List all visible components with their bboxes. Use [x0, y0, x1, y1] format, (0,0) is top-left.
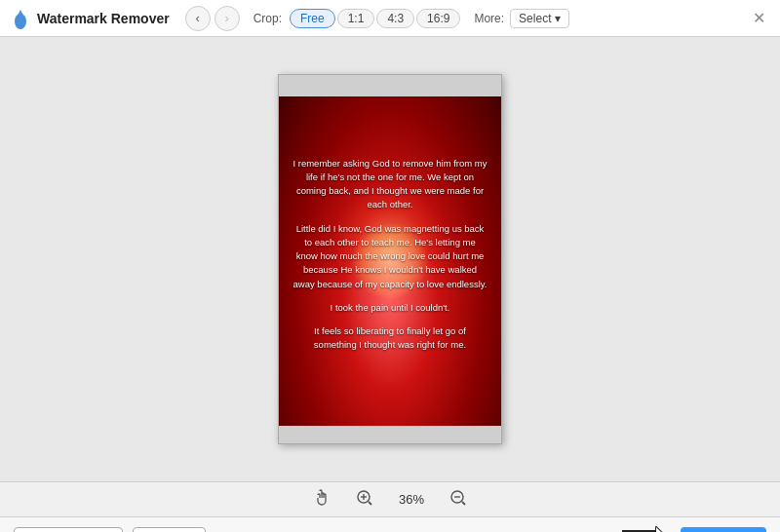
save-button[interactable]: Save	[681, 527, 766, 533]
crop-4-3-label: 4:3	[387, 12, 404, 25]
nav-back-icon: ‹	[195, 11, 199, 25]
crop-4-3-button[interactable]: 4:3	[376, 9, 414, 28]
crop-options: Free 1:1 4:3 16:9	[290, 9, 460, 28]
nav-buttons: ‹ ›	[185, 6, 240, 31]
bottom-toolbar: 36%	[0, 481, 780, 516]
select-dropdown[interactable]: Select ▾	[510, 9, 569, 28]
crop-1-1-button[interactable]: 1:1	[337, 9, 375, 28]
image-text-para3: I took the pain until I couldn't.	[292, 301, 488, 315]
image-frame: I remember asking God to remove him from…	[278, 74, 502, 444]
app-icon	[10, 8, 31, 29]
titlebar: Watermark Remover ‹ › Crop: Free 1:1 4:3…	[0, 0, 780, 37]
canvas-area: I remember asking God to remove him from…	[0, 37, 780, 481]
zoom-out-icon	[449, 489, 467, 510]
zoom-in-button[interactable]	[351, 486, 378, 513]
app-title: Watermark Remover	[37, 11, 170, 26]
image-text-para4: It feels so liberating to finally let go…	[292, 324, 488, 353]
nav-forward-icon: ›	[224, 11, 228, 25]
crop-16-9-label: 16:9	[427, 12, 449, 25]
more-label: More:	[474, 12, 504, 25]
image-pad-top	[279, 75, 501, 96]
image-content: I remember asking God to remove him from…	[279, 75, 501, 443]
crop-free-button[interactable]: Free	[290, 9, 335, 28]
zoom-in-icon	[356, 489, 373, 510]
back-button[interactable]: Back	[133, 527, 206, 532]
svg-marker-1	[17, 10, 24, 18]
save-section: Save	[622, 523, 766, 532]
svg-line-5	[369, 502, 371, 505]
image-text: I remember asking God to remove him from…	[292, 157, 488, 362]
nav-back-button[interactable]: ‹	[185, 6, 211, 31]
zoom-out-button[interactable]	[445, 486, 472, 513]
save-arrow-icon	[622, 523, 671, 532]
nav-forward-button[interactable]: ›	[214, 6, 240, 31]
image-text-para1: I remember asking God to remove him from…	[292, 157, 488, 212]
crop-16-9-button[interactable]: 16:9	[416, 9, 460, 28]
hand-tool-button[interactable]	[308, 486, 335, 513]
new-image-button[interactable]: New Image	[14, 527, 123, 532]
zoom-level: 36%	[394, 492, 429, 507]
select-label: Select	[519, 12, 551, 25]
dropdown-chevron-icon: ▾	[555, 12, 561, 25]
close-icon: ✕	[753, 9, 765, 27]
footer: New Image Back Save	[0, 516, 780, 532]
crop-label: Crop:	[254, 12, 282, 25]
crop-free-label: Free	[300, 12, 325, 25]
image-text-para2: Little did I know, God was magnetting us…	[292, 222, 488, 291]
hand-tool-icon	[313, 489, 331, 510]
close-button[interactable]: ✕	[747, 7, 770, 30]
image-pad-bottom	[279, 426, 501, 443]
crop-1-1-label: 1:1	[348, 12, 365, 25]
svg-line-8	[462, 502, 465, 505]
